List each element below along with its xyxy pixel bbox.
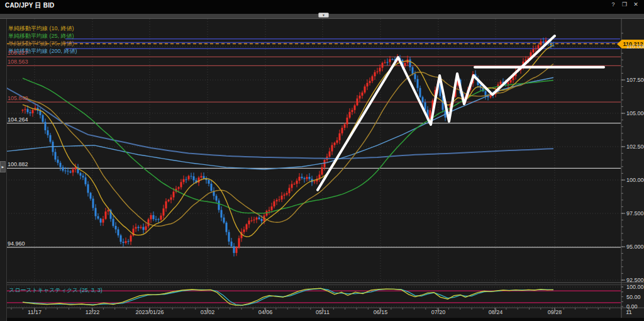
close-icon[interactable]: ✕ — [631, 1, 640, 8]
candle-body — [417, 79, 419, 88]
candle-body — [223, 218, 225, 223]
candle-body — [379, 68, 381, 72]
x-axis-label: 11/17 — [28, 309, 42, 315]
candle-body — [508, 82, 509, 84]
stoch-axis-label: 50.00 — [626, 294, 641, 300]
candle-body — [178, 187, 180, 188]
candle-body — [374, 72, 376, 76]
price-level-label[interactable]: 94.960 — [8, 240, 25, 247]
candle-body — [341, 128, 343, 133]
candle-body — [65, 171, 67, 171]
x-axis-label: 07/20 — [431, 309, 446, 315]
candle-body — [231, 242, 233, 246]
candle-body — [188, 176, 190, 179]
candle-body — [100, 218, 102, 222]
candle-body — [301, 177, 303, 178]
candle-body — [183, 179, 185, 183]
price-chart-canvas — [0, 0, 644, 321]
collapse-toolbar-button[interactable]: ▼ — [318, 13, 329, 18]
y-axis-label: 107.500 — [626, 77, 644, 83]
candle-body — [347, 118, 348, 125]
candle-body — [389, 59, 391, 62]
candle-body — [533, 49, 535, 52]
candle-body — [211, 184, 213, 191]
candle-body — [344, 124, 346, 128]
price-level-label[interactable]: 104.264 — [8, 116, 28, 123]
candle-body — [120, 235, 122, 242]
candle-body — [331, 145, 333, 151]
y-axis-label: 102.500 — [626, 144, 644, 150]
candle-body — [85, 177, 87, 184]
candle-body — [289, 188, 291, 193]
candle-body — [72, 169, 74, 172]
candle-body — [357, 98, 358, 105]
side-panel-expand-button[interactable]: ▶ — [0, 161, 6, 172]
candle-body — [409, 59, 411, 67]
price-level-label[interactable]: 105.842 — [8, 95, 28, 101]
x-axis-label: 03/02 — [201, 309, 215, 315]
maximize-icon[interactable]: ❐ — [620, 1, 629, 8]
bottom-strip — [0, 318, 644, 321]
stochastics-label[interactable]: スローストキャスティクス (25, 3, 3) — [9, 286, 103, 295]
candle-body — [203, 176, 205, 179]
current-price-badge-arrow — [617, 40, 622, 48]
candle-body — [30, 112, 31, 113]
candle-body — [62, 167, 64, 171]
candle-body — [362, 93, 364, 96]
candle-body — [95, 208, 97, 216]
price-level-label[interactable]: 109.227 — [8, 50, 28, 56]
y-axis-label: 97.500 — [626, 210, 644, 217]
window-title: CAD/JPY 日 BID — [5, 1, 55, 10]
candle-body — [304, 178, 306, 179]
price-level-label[interactable]: 100.882 — [8, 161, 28, 167]
candle-body — [404, 63, 406, 65]
candle-body — [130, 235, 132, 241]
candle-body — [392, 59, 394, 60]
candle-body — [42, 115, 44, 122]
candle-body — [269, 210, 270, 211]
candle-body — [153, 215, 155, 219]
candle-body — [128, 241, 130, 242]
candle-body — [198, 177, 200, 183]
x-axis-label: 08/24 — [489, 309, 503, 315]
candle-body — [510, 80, 512, 82]
x-axis-label: 2023/01/26 — [135, 309, 164, 315]
chart-window: CAD/JPY 日 BID ? ❐ ✕ ▼ ▶ 単純移動平均線 (10, 終値)… — [0, 0, 644, 321]
candle-body — [143, 227, 145, 230]
candle-body — [191, 176, 192, 177]
candle-body — [367, 83, 369, 87]
candle-body — [170, 198, 172, 200]
candle-body — [543, 42, 545, 42]
candle-body — [80, 173, 82, 176]
candle-body — [334, 143, 336, 145]
candle-body — [67, 171, 69, 171]
price-level-label[interactable]: 108.563 — [8, 59, 28, 65]
candle-body — [218, 201, 220, 210]
candle-body — [238, 238, 240, 247]
candle-body — [412, 67, 414, 74]
legend-item-sma[interactable]: 単純移動平均線 (75, 終値) — [8, 40, 74, 47]
candle-body — [165, 201, 167, 208]
candle-body — [253, 220, 255, 220]
candle-body — [173, 192, 175, 198]
legend-item-sma[interactable]: 単純移動平均線 (10, 終値) — [8, 25, 74, 32]
candle-body — [32, 110, 34, 113]
candle-body — [294, 184, 296, 184]
candle-body — [291, 184, 293, 188]
axis-strip-background — [621, 18, 644, 318]
x-axis-label: 06/15 — [374, 309, 388, 315]
candle-body — [160, 216, 162, 220]
y-axis-label: 110.000 — [626, 43, 644, 50]
candle-body — [228, 232, 230, 242]
legend-item-sma[interactable]: 単純移動平均線 (25, 終値) — [8, 33, 74, 40]
candle-body — [50, 135, 52, 142]
candle-body — [425, 103, 426, 110]
candle-body — [261, 219, 263, 221]
title-bar[interactable]: CAD/JPY 日 BID ? ❐ ✕ — [0, 0, 644, 14]
help-icon[interactable]: ? — [609, 1, 618, 8]
candle-body — [284, 194, 286, 196]
candle-body — [279, 200, 280, 200]
candle-body — [135, 227, 137, 229]
candle-body — [40, 111, 42, 115]
candle-body — [125, 241, 127, 243]
